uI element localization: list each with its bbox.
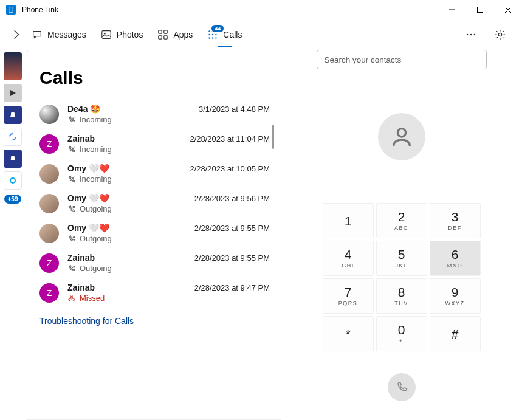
svg-point-15 bbox=[212, 33, 214, 35]
svg-point-16 bbox=[215, 33, 217, 35]
messages-icon bbox=[32, 29, 43, 40]
avatar: Z bbox=[39, 253, 59, 273]
svg-point-22 bbox=[474, 33, 476, 35]
maximize-button[interactable] bbox=[466, 0, 494, 19]
notification-tile-1[interactable] bbox=[4, 106, 22, 124]
tab-calls[interactable]: 44 Calls bbox=[207, 27, 242, 43]
call-name: Omy 🤍❤️ bbox=[67, 223, 109, 233]
letters: MNO bbox=[447, 263, 463, 269]
back-button[interactable] bbox=[6, 25, 26, 44]
search-contacts-input[interactable]: Search your contacts bbox=[317, 50, 487, 69]
scrollbar[interactable] bbox=[272, 125, 274, 149]
letters: WXYZ bbox=[445, 300, 465, 306]
svg-rect-5 bbox=[102, 30, 111, 38]
digit: 2 bbox=[398, 210, 405, 223]
call-type: Incoming bbox=[67, 115, 270, 124]
digit: 8 bbox=[398, 286, 405, 298]
call-name: Zainab bbox=[67, 253, 95, 263]
digit: 7 bbox=[345, 286, 352, 298]
letters: JKL bbox=[395, 263, 407, 269]
tab-photos[interactable]: Photos bbox=[101, 27, 143, 43]
letters: GHI bbox=[342, 263, 354, 269]
tab-label: Calls bbox=[223, 30, 242, 40]
media-play-tile[interactable] bbox=[4, 84, 22, 102]
call-item[interactable]: ZZainab2/28/2023 at 9:47 PMMissed bbox=[26, 278, 281, 308]
app-tile-g[interactable] bbox=[4, 128, 22, 146]
avatar: Z bbox=[39, 134, 59, 154]
app-title: Phone Link bbox=[22, 5, 58, 14]
wallpaper-thumb[interactable] bbox=[4, 52, 22, 80]
app-tile-o[interactable] bbox=[4, 171, 22, 190]
avatar: Z bbox=[39, 283, 59, 303]
call-item[interactable]: De4a 🤩3/1/2023 at 4:48 PMIncoming bbox=[26, 99, 281, 129]
dialpad-key-3[interactable]: 3DEF bbox=[430, 203, 481, 238]
svg-point-17 bbox=[209, 37, 211, 39]
call-time: 2/28/2023 at 10:05 PM bbox=[190, 164, 270, 173]
svg-point-19 bbox=[215, 37, 217, 39]
close-button[interactable] bbox=[494, 0, 522, 19]
call-name: Zainab bbox=[67, 283, 95, 292]
call-item[interactable]: Omy 🤍❤️2/28/2023 at 10:05 PMIncoming bbox=[26, 159, 281, 188]
search-placeholder: Search your contacts bbox=[325, 55, 402, 64]
digit: 3 bbox=[452, 210, 459, 223]
phone-icon bbox=[396, 381, 408, 393]
svg-rect-8 bbox=[164, 30, 167, 33]
svg-point-21 bbox=[470, 33, 472, 35]
dialpad-key-7[interactable]: 7PQRS bbox=[323, 278, 374, 314]
dialpad-key-0[interactable]: 0+ bbox=[376, 316, 427, 351]
svg-point-24 bbox=[10, 134, 16, 140]
call-item[interactable]: Omy 🤍❤️2/28/2023 at 9:55 PMOutgoing bbox=[26, 218, 281, 248]
letters: + bbox=[399, 338, 404, 344]
call-time: 2/28/2023 at 9:47 PM bbox=[194, 283, 270, 292]
call-time: 2/28/2023 at 9:55 PM bbox=[194, 253, 270, 263]
dialpad: 12ABC3DEF4GHI5JKL6MNO7PQRS8TUV9WXYZ*0+# bbox=[323, 203, 481, 351]
call-item[interactable]: Omy 🤍❤️2/28/2023 at 9:56 PMOutgoing bbox=[26, 188, 281, 218]
digit: 6 bbox=[452, 248, 459, 261]
call-type: Outgoing bbox=[67, 234, 270, 243]
call-item[interactable]: ZZainab2/28/2023 at 9:55 PMOutgoing bbox=[26, 248, 281, 278]
tab-messages[interactable]: Messages bbox=[32, 27, 86, 43]
call-time: 3/1/2023 at 4:48 PM bbox=[199, 105, 270, 114]
call-time: 2/28/2023 at 9:55 PM bbox=[194, 224, 270, 233]
tab-apps[interactable]: Apps bbox=[157, 27, 193, 43]
more-button[interactable] bbox=[461, 25, 481, 44]
dialpad-key-1[interactable]: 1 bbox=[323, 203, 374, 238]
letters: ABC bbox=[394, 225, 408, 231]
apps-icon bbox=[157, 29, 168, 40]
dialpad-key-#[interactable]: # bbox=[430, 316, 481, 351]
call-name: De4a 🤩 bbox=[67, 104, 100, 114]
dialpad-key-*[interactable]: * bbox=[323, 316, 374, 351]
dialpad-key-8[interactable]: 8TUV bbox=[376, 278, 427, 314]
dialpad-key-6[interactable]: 6MNO bbox=[430, 241, 481, 276]
svg-point-18 bbox=[212, 37, 214, 39]
notification-tile-2[interactable] bbox=[4, 150, 22, 168]
digit: 5 bbox=[398, 248, 405, 261]
settings-button[interactable] bbox=[490, 25, 510, 44]
svg-rect-7 bbox=[159, 30, 162, 33]
svg-point-25 bbox=[10, 178, 15, 183]
photos-icon bbox=[101, 29, 112, 40]
digit: # bbox=[452, 328, 459, 340]
dialpad-key-4[interactable]: 4GHI bbox=[323, 241, 374, 276]
svg-point-6 bbox=[104, 32, 106, 34]
dialer-panel: Search your contacts 12ABC3DEF4GHI5JKL6M… bbox=[281, 50, 522, 420]
gear-icon bbox=[495, 29, 506, 40]
call-type: Missed bbox=[67, 294, 270, 303]
dialpad-key-9[interactable]: 9WXYZ bbox=[430, 278, 481, 314]
dialpad-key-2[interactable]: 2ABC bbox=[376, 203, 427, 238]
dialpad-key-5[interactable]: 5JKL bbox=[376, 241, 427, 276]
navbar: Messages Photos Apps 44 Calls bbox=[0, 19, 522, 50]
troubleshoot-link[interactable]: Troubleshooting for Calls bbox=[26, 308, 281, 334]
dial-button[interactable] bbox=[388, 373, 416, 401]
avatar bbox=[39, 105, 59, 124]
call-time: 2/28/2023 at 9:56 PM bbox=[194, 194, 270, 203]
svg-rect-9 bbox=[159, 35, 162, 38]
call-type: Outgoing bbox=[67, 264, 270, 273]
call-item[interactable]: ZZainab2/28/2023 at 11:04 PMIncoming bbox=[26, 129, 281, 159]
digit: 4 bbox=[345, 248, 352, 261]
svg-point-26 bbox=[397, 129, 405, 137]
minimize-button[interactable] bbox=[438, 0, 466, 19]
letters: TUV bbox=[394, 300, 408, 306]
app-icon bbox=[6, 5, 16, 15]
page-title: Calls bbox=[26, 50, 281, 99]
